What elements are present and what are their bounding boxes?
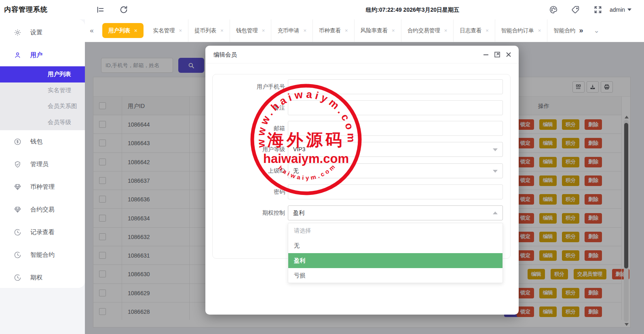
admin-menu[interactable]: admin xyxy=(610,0,631,19)
fullscreen-icon[interactable] xyxy=(593,5,602,14)
remark-label: 备注 xyxy=(224,100,285,115)
tab-withdraw-list[interactable]: 提币列表 × xyxy=(188,19,230,42)
sidebar-item-records[interactable]: 记录查看 xyxy=(0,221,85,243)
option-control-dropdown: 请选择 无 盈利 亏损 xyxy=(288,223,503,283)
level-select[interactable]: VIP3 xyxy=(288,142,503,157)
sidebar-item-admins[interactable]: 管理员 xyxy=(0,153,85,175)
close-icon[interactable]: × xyxy=(345,27,348,34)
user-icon xyxy=(14,51,21,59)
tabs-container: 用户列表 × 实名管理 × 提币列表 × 钱包管理 × 充币申请 × 币种查看 … xyxy=(99,19,578,42)
modal-title: 编辑会员 xyxy=(205,46,519,63)
refresh-icon[interactable] xyxy=(119,5,128,14)
chevron-up-icon xyxy=(493,211,498,214)
email-label: 邮箱 xyxy=(224,121,285,136)
gear-icon xyxy=(14,29,21,36)
admin-username: admin xyxy=(610,6,625,13)
close-icon[interactable]: × xyxy=(134,27,137,34)
close-icon[interactable]: × xyxy=(220,27,224,34)
sidebar-item-options[interactable]: 期权 xyxy=(0,266,85,289)
sidebar-subitem-realname[interactable]: 实名管理 xyxy=(0,82,85,99)
chevron-down-icon xyxy=(627,8,631,11)
password-label: 密码 xyxy=(224,184,285,199)
shield-check-icon xyxy=(14,161,21,168)
maximize-icon[interactable] xyxy=(494,51,501,58)
datetime-text: 纽约:07:22:49 2026年3月20日星期五 xyxy=(366,0,459,19)
close-icon[interactable]: × xyxy=(179,27,182,34)
sidebar-submenu-users: 用户列表 实名管理 会员关系图 会员等级 xyxy=(0,66,85,130)
tab-wallet[interactable]: 钱包管理 × xyxy=(230,19,272,42)
email-input[interactable] xyxy=(288,121,503,136)
close-icon[interactable]: × xyxy=(444,27,448,34)
close-icon[interactable]: × xyxy=(262,27,265,34)
clock-icon xyxy=(14,274,21,281)
screen: 内容管理系统 纽约:07:22:49 2026年3月20日星期五 xyxy=(0,0,644,334)
remark-input[interactable] xyxy=(288,100,503,115)
tab-logs[interactable]: 日志查看 × xyxy=(454,19,495,42)
sidebar-subitem-relation-map[interactable]: 会员关系图 xyxy=(0,98,85,114)
close-icon[interactable]: × xyxy=(486,27,489,34)
gem-icon xyxy=(14,183,21,191)
option-control-label: 期权控制 xyxy=(224,205,285,220)
tab-smart-contract-orders[interactable]: 智能合约订单 × xyxy=(495,19,548,42)
parent-id-label: 上级ID xyxy=(224,163,285,178)
dropdown-option[interactable]: 无 xyxy=(288,238,503,253)
tabs-menu-icon[interactable]: ⌄ xyxy=(593,26,599,35)
phone-label: 用户手机号 xyxy=(224,79,285,94)
sidebar-subitem-member-level[interactable]: 会员等级 xyxy=(0,114,85,131)
sidebar-item-wallet[interactable]: 钱包 xyxy=(0,130,85,153)
tab-contract-trade[interactable]: 合约交易管理 × xyxy=(401,19,454,42)
tab-coin-view[interactable]: 币种查看 × xyxy=(313,19,355,42)
close-icon[interactable]: × xyxy=(392,27,395,34)
sidebar-item-settings[interactable]: 设置 xyxy=(0,21,85,44)
option-control-select[interactable]: 盈利 xyxy=(288,205,503,220)
sidebar-item-smart-contract[interactable]: 智能合约 xyxy=(0,243,85,266)
tabs-scroll-left-icon[interactable]: « xyxy=(85,27,99,35)
dropdown-option-selected[interactable]: 盈利 xyxy=(288,253,503,268)
edit-member-modal: 编辑会员 用户手机号 备注 邮箱 用户等级 VIP3 上级ID 无 密码 xyxy=(205,46,519,315)
dropdown-option[interactable]: 亏损 xyxy=(288,268,503,283)
tab-realname[interactable]: 实名管理 × xyxy=(147,19,189,42)
chevron-down-icon xyxy=(493,148,498,151)
tab-deposit[interactable]: 充币申请 × xyxy=(271,19,313,42)
clock-icon xyxy=(14,228,21,236)
sidebar-item-coin-manage[interactable]: 币种管理 xyxy=(0,175,85,198)
collapse-menu-icon[interactable] xyxy=(96,5,105,14)
sidebar-subitem-user-list[interactable]: 用户列表 xyxy=(0,66,85,82)
sidebar-item-users[interactable]: 用户 xyxy=(0,44,85,66)
password-input[interactable] xyxy=(288,184,503,199)
chevron-down-icon xyxy=(493,170,498,173)
minimize-icon[interactable] xyxy=(482,51,490,58)
close-icon[interactable]: × xyxy=(538,27,541,34)
tab-smart-contract[interactable]: 智能合约 xyxy=(547,19,578,42)
phone-input[interactable] xyxy=(288,79,503,94)
tab-strip: « 用户列表 × 实名管理 × 提币列表 × 钱包管理 × 充币申请 × xyxy=(85,19,644,42)
palette-icon[interactable] xyxy=(549,5,558,14)
tab-risk[interactable]: 风险率查看 × xyxy=(355,19,401,42)
level-label: 用户等级 xyxy=(224,142,285,157)
top-header: 内容管理系统 纽约:07:22:49 2026年3月20日星期五 xyxy=(0,0,644,19)
gem-icon xyxy=(14,206,21,214)
tabs-scroll-right-icon[interactable]: » xyxy=(579,26,583,35)
close-icon[interactable] xyxy=(505,51,512,58)
dropdown-option[interactable]: 请选择 xyxy=(288,223,503,238)
tag-icon[interactable] xyxy=(571,5,580,14)
parent-id-select[interactable]: 无 xyxy=(288,163,503,178)
coin-icon xyxy=(14,138,21,146)
close-icon[interactable]: × xyxy=(303,27,306,34)
app-title: 内容管理系统 xyxy=(4,0,85,19)
sidebar: 设置 用户 用户列表 实名管理 会员关系图 会员等级 钱包 管理员 xyxy=(0,19,85,288)
tab-user-list[interactable]: 用户列表 × xyxy=(102,23,144,38)
clock-icon xyxy=(14,251,21,259)
sidebar-item-contract-trade[interactable]: 合约交易 xyxy=(0,198,85,221)
